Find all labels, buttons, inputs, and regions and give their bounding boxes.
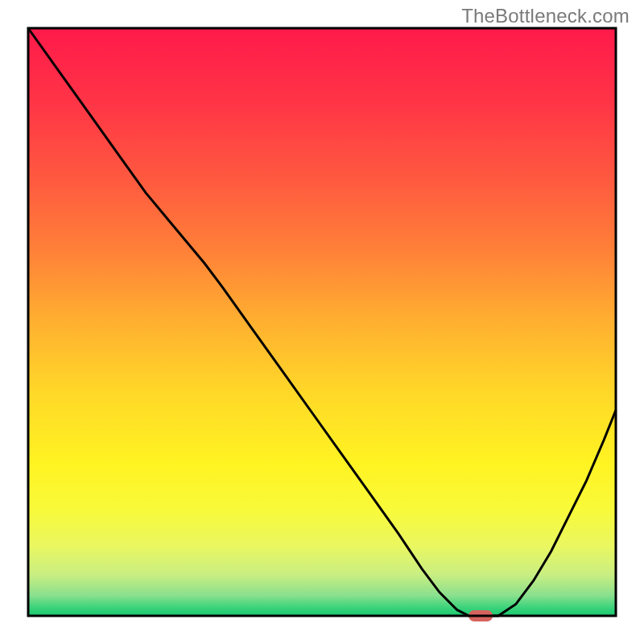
watermark-text: TheBottleneck.com bbox=[461, 5, 630, 27]
chart-container: TheBottleneck.com bbox=[0, 0, 644, 644]
bottleneck-chart bbox=[0, 0, 644, 644]
plot-background bbox=[28, 28, 616, 616]
